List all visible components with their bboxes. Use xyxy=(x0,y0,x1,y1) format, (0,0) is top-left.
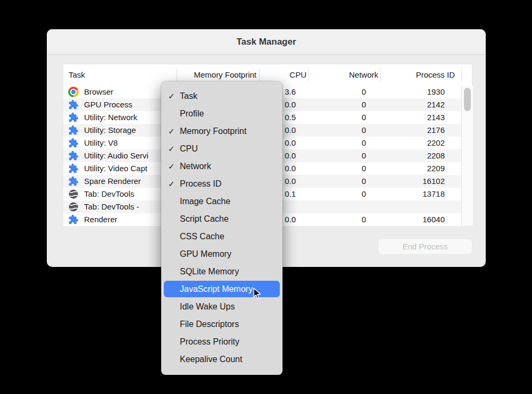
menu-item-label: SQLite Memory xyxy=(180,263,239,280)
cpu-value: 0.0 xyxy=(285,124,296,137)
menu-item-label: Network xyxy=(180,157,211,175)
cpu-value: 0.0 xyxy=(285,162,296,175)
menu-item-label: CSS Cache xyxy=(180,228,225,245)
checkmark-icon: ✓ xyxy=(168,87,180,105)
cpu-value: 0.0 xyxy=(285,149,296,162)
process-id-value: 2202 xyxy=(427,137,445,149)
menu-item-label: Task xyxy=(180,87,197,105)
network-value: 0 xyxy=(362,86,366,98)
network-value: 0 xyxy=(362,124,366,137)
column-separator xyxy=(308,69,309,81)
menu-item-profile[interactable]: Profile xyxy=(161,105,282,122)
network-value: 0 xyxy=(362,98,366,111)
menu-item-script-cache[interactable]: Script Cache xyxy=(161,210,282,228)
mouse-cursor-icon xyxy=(252,288,263,302)
menu-item-css-cache[interactable]: CSS Cache xyxy=(161,228,282,245)
menu-item-task[interactable]: ✓Task xyxy=(161,87,282,105)
task-name: Spare Renderer xyxy=(84,175,141,188)
checkmark-icon: ✓ xyxy=(168,140,180,157)
cpu-value: 0.0 xyxy=(285,175,296,188)
scrollbar-thumb[interactable] xyxy=(464,88,471,111)
task-name: Tab: DevTools xyxy=(84,188,134,200)
process-id-value: 16040 xyxy=(422,213,445,226)
process-id-value: 1930 xyxy=(427,86,445,98)
cpu-value: 0.0 xyxy=(285,98,296,111)
checkmark-icon: ✓ xyxy=(168,157,180,175)
menu-item-sqlite-memory[interactable]: SQLite Memory xyxy=(161,263,282,280)
menu-item-idle-wake-ups[interactable]: Idle Wake Ups xyxy=(161,298,282,315)
network-value: 0 xyxy=(362,149,366,162)
menu-item-label: Profile xyxy=(180,105,204,122)
column-separator xyxy=(259,69,260,81)
end-process-button[interactable]: End Process xyxy=(378,239,472,255)
network-value: 0 xyxy=(362,188,366,200)
puzzle-icon xyxy=(68,150,79,161)
menu-item-cpu[interactable]: ✓CPU xyxy=(161,140,282,157)
cpu-value: 0.0 xyxy=(285,137,296,149)
menu-item-gpu-memory[interactable]: GPU Memory xyxy=(161,245,282,263)
puzzle-icon xyxy=(68,214,79,225)
task-name: Utility: Network xyxy=(84,111,137,124)
process-id-value: 16102 xyxy=(422,175,445,188)
column-separator xyxy=(177,69,177,81)
checkmark-icon: ✓ xyxy=(168,175,180,192)
process-id-value: 2143 xyxy=(427,111,445,124)
puzzle-icon xyxy=(68,112,79,123)
column-header-pid[interactable]: Process ID xyxy=(416,64,455,86)
menu-item-label: GPU Memory xyxy=(180,245,231,263)
menu-item-label: CPU xyxy=(180,140,198,157)
menu-item-network[interactable]: ✓Network xyxy=(161,157,282,175)
process-id-value: 2208 xyxy=(427,149,445,162)
network-value: 0 xyxy=(362,162,366,175)
task-name: Browser xyxy=(84,86,113,98)
menu-item-label: JavaScript Memory xyxy=(180,280,253,298)
cpu-value: 0.1 xyxy=(285,188,296,200)
column-context-menu: ✓TaskProfile✓Memory Footprint✓CPU✓Networ… xyxy=(161,81,282,375)
column-separator xyxy=(380,69,380,81)
menu-item-label: Script Cache xyxy=(180,210,229,228)
globe-icon xyxy=(68,202,79,212)
column-header-task[interactable]: Task xyxy=(69,64,85,86)
menu-item-label: Keepalive Count xyxy=(180,350,242,368)
menu-item-image-cache[interactable]: Image Cache xyxy=(161,192,282,210)
menu-item-file-descriptors[interactable]: File Descriptors xyxy=(161,315,282,333)
column-separator xyxy=(461,69,462,81)
cpu-value: 3.6 xyxy=(285,86,296,98)
menu-item-memory-footprint[interactable]: ✓Memory Footprint xyxy=(161,122,282,140)
puzzle-icon xyxy=(68,125,79,136)
process-id-value: 13718 xyxy=(422,188,445,200)
task-name: Utility: Video Capt xyxy=(84,162,147,175)
process-id-value: 2142 xyxy=(427,98,445,111)
process-id-value: 2209 xyxy=(427,162,445,175)
puzzle-icon xyxy=(68,99,79,110)
menu-item-label: Memory Footprint xyxy=(180,122,246,140)
puzzle-icon xyxy=(68,176,79,187)
network-value: 0 xyxy=(362,111,366,124)
menu-item-label: Idle Wake Ups xyxy=(180,298,235,315)
column-header-cpu[interactable]: CPU xyxy=(289,64,306,86)
menu-item-process-id[interactable]: ✓Process ID xyxy=(161,175,282,192)
cpu-value: 0.5 xyxy=(285,111,296,124)
scrollbar-track[interactable] xyxy=(461,86,473,225)
task-name: Utility: Storage xyxy=(84,124,136,137)
task-name: Utility: V8 xyxy=(84,137,118,149)
menu-item-label: Process ID xyxy=(180,175,221,192)
task-name: Utility: Audio Servi xyxy=(84,149,148,162)
puzzle-icon xyxy=(68,138,79,148)
menu-item-process-priority[interactable]: Process Priority xyxy=(161,333,282,350)
globe-icon xyxy=(68,189,79,199)
network-value: 0 xyxy=(362,137,366,149)
puzzle-icon xyxy=(68,163,79,174)
task-name: Renderer xyxy=(84,213,118,226)
window-title: Task Manager xyxy=(47,29,486,54)
menu-item-javascript-memory[interactable]: JavaScript Memory xyxy=(161,280,282,298)
menu-item-label: Image Cache xyxy=(180,192,230,210)
menu-item-keepalive-count[interactable]: Keepalive Count xyxy=(161,350,282,368)
task-name: GPU Process xyxy=(84,98,132,111)
desktop-background: Task Manager Task Memory Footprint CPU N… xyxy=(0,0,532,394)
menu-item-label: File Descriptors xyxy=(180,315,239,333)
checkmark-icon: ✓ xyxy=(168,122,180,140)
process-id-value: 2176 xyxy=(427,124,445,137)
column-header-network[interactable]: Network xyxy=(349,64,378,86)
cpu-value: 0.0 xyxy=(285,213,296,226)
